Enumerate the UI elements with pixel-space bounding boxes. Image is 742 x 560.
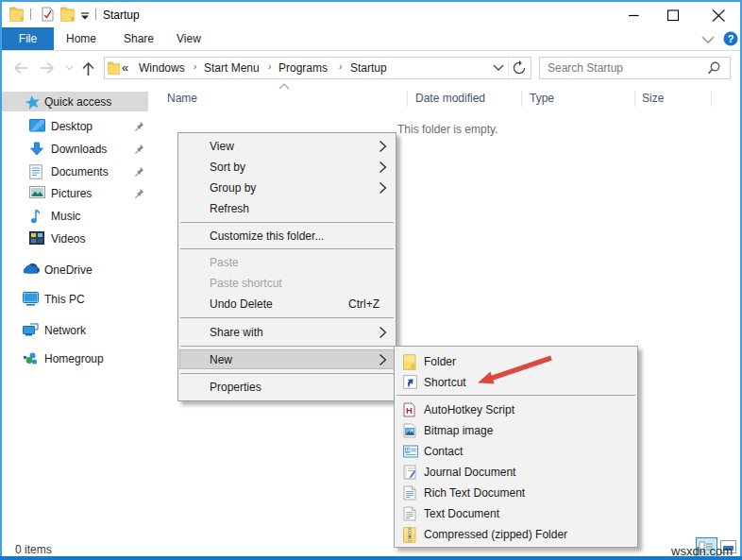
svg-text:?: ? xyxy=(728,33,734,44)
svg-text:H: H xyxy=(406,405,413,416)
